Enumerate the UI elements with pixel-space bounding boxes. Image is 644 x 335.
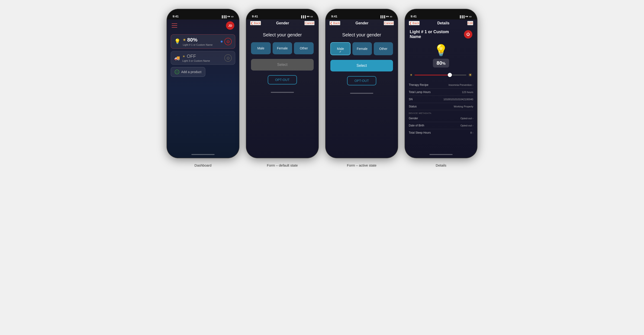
- details-brightness-pct: %: [442, 62, 446, 66]
- wifi-icon-4: ▾▾: [465, 15, 468, 18]
- user-avatar[interactable]: JD: [226, 21, 234, 30]
- back-chevron-icon: ❮: [250, 21, 253, 25]
- power-button-truck[interactable]: ⏻: [224, 54, 232, 62]
- phone-details-container: 9:41 ▐▐▐ ▾▾ ▭ ❮ Back Details Edit: [405, 9, 477, 167]
- lamp-icon-wrap: 💡: [174, 38, 180, 44]
- hamburger-icon[interactable]: [172, 24, 177, 28]
- phone-form-default: 9:41 ▐▐▐ ▾▾ ▭ ❮ Back Gender Cancel: [246, 9, 318, 158]
- signal-icon-3: ▐▐▐: [380, 15, 385, 18]
- select-button-default[interactable]: Select: [251, 59, 314, 70]
- gender-other-active[interactable]: Other: [374, 42, 393, 55]
- status-icons-3: ▐▐▐ ▾▾ ▭: [380, 15, 392, 18]
- sleep-label: Total Sleep Hours: [409, 131, 431, 134]
- sun-icon: ☀: [183, 38, 186, 42]
- off-label: OFF: [187, 54, 196, 59]
- details-slider-row: ☀ ☀: [405, 70, 477, 82]
- back-label-3: Back: [333, 21, 340, 25]
- device-off-status: ☀ OFF: [182, 54, 222, 59]
- details-device-name: Light # 1 or Custom Name: [410, 30, 456, 39]
- info-row-dob[interactable]: Date of Birth Opted-out ›: [409, 122, 473, 129]
- brightness-value: 80%: [187, 37, 198, 43]
- slider-sun-large-icon: ☀: [468, 72, 472, 78]
- add-product-button[interactable]: + Add a product: [171, 67, 205, 77]
- cancel-button-form-active[interactable]: Cancel: [384, 21, 394, 25]
- phone-form-active: 9:41 ▐▐▐ ▾▾ ▭ ❮ Back Gender Cancel: [326, 9, 398, 158]
- select-button-active[interactable]: Select: [330, 60, 393, 72]
- lamp-hours-value: 123 hours: [462, 91, 473, 94]
- metadata-section-header: DEVICE METADATA: [409, 110, 473, 115]
- opt-out-button-active[interactable]: OPT-OUT: [347, 76, 376, 85]
- gender-female-active[interactable]: Female: [352, 42, 372, 55]
- dob-label: Date of Birth: [409, 124, 424, 127]
- device-info-truck: ☀ OFF Light 3 or Custom Name: [182, 54, 222, 62]
- details-label: Details: [436, 163, 446, 167]
- home-bar-4: [430, 154, 452, 155]
- phones-row: 9:41 ▐▐▐ ▾▾ ▭ JD: [167, 9, 477, 167]
- device-card-truck[interactable]: 🚚 ☀ OFF Light 3 or Custom Name ⏻: [171, 51, 235, 65]
- device-name-truck: Light 3 or Custom Name: [182, 60, 222, 62]
- gender-options-active: Male ✓ Female Other: [330, 42, 393, 55]
- status-icons-4: ▐▐▐ ▾▾ ▭: [459, 15, 472, 18]
- lamp-hours-label: Total Lamp Hours: [409, 90, 430, 94]
- signal-icon-2: ▐▐▐: [300, 15, 306, 18]
- therapy-value: Insomnia Prevention ›: [448, 84, 473, 86]
- back-chevron-icon-3: ❮: [330, 21, 332, 25]
- cancel-button-form-default[interactable]: Cancel: [304, 21, 314, 25]
- opt-out-button-default[interactable]: OPT-OUT: [268, 75, 297, 84]
- wifi-icon: ▾▾: [227, 15, 230, 18]
- gender-value: Opted-out ›: [460, 117, 473, 120]
- home-indicator-4: [405, 151, 477, 158]
- lamp-icon: 💡: [174, 38, 180, 44]
- form-default-label: Form – default state: [267, 163, 298, 167]
- gender-check-icon: ✓: [339, 50, 342, 53]
- dashboard-label: Dashboard: [194, 163, 211, 167]
- back-button-form-default[interactable]: ❮ Back: [250, 21, 261, 25]
- chevron-icon-gender: ›: [472, 117, 473, 120]
- details-nav: ❮ Back Details Edit: [405, 20, 477, 28]
- back-label: Back: [254, 21, 260, 25]
- dashboard-screen: JD 💡 ☀ 80%: [167, 20, 239, 158]
- gender-female-default[interactable]: Female: [272, 42, 292, 54]
- back-button-form-active[interactable]: ❮ Back: [330, 21, 340, 25]
- gender-label: Gender: [409, 117, 418, 120]
- details-brightness-value: 80: [436, 60, 442, 66]
- back-button-details[interactable]: ❮ Back: [409, 21, 420, 25]
- details-lamp-area: 💡 80%: [405, 43, 477, 70]
- phone-dashboard-container: 9:41 ▐▐▐ ▾▾ ▭ JD: [167, 9, 239, 167]
- info-row-gender[interactable]: Gender Opted-out ›: [409, 115, 473, 122]
- gender-options-default: Male Female Other: [251, 42, 314, 54]
- info-row-lamp-hours: Total Lamp Hours 123 hours: [409, 88, 473, 96]
- home-bar-2: [271, 92, 294, 93]
- phone-notch-3: [348, 9, 376, 16]
- slider-thumb[interactable]: [448, 73, 452, 77]
- slider-sun-small-icon: ☀: [410, 73, 413, 77]
- details-power-button[interactable]: ⏻: [464, 30, 472, 38]
- battery-icon-3: ▭: [390, 15, 392, 18]
- device-card-lamp[interactable]: 💡 ☀ 80% Light # 1 or Custom Name ✱: [171, 34, 235, 49]
- gender-other-default[interactable]: Other: [294, 42, 314, 54]
- plus-icon: +: [175, 70, 179, 74]
- chevron-icon-dob: ›: [472, 124, 473, 127]
- phone-notch-4: [427, 9, 455, 16]
- status-value: Working Properly: [454, 105, 473, 108]
- status-icons-2: ▐▐▐ ▾▾ ▭: [300, 15, 313, 18]
- status-time-2: 9:41: [252, 14, 258, 18]
- edit-button-details[interactable]: Edit: [467, 21, 473, 25]
- details-lamp-icon: 💡: [434, 44, 448, 57]
- gender-male-default[interactable]: Male: [251, 42, 271, 54]
- phone-notch: [189, 9, 217, 16]
- sn-value: 101001010101042100040: [444, 98, 473, 101]
- wifi-icon-3: ▾▾: [386, 15, 389, 18]
- sleep-value: 8 ›: [470, 131, 473, 134]
- details-info: Therapy Recipe Insomnia Prevention › Tot…: [405, 82, 477, 151]
- status-time-4: 9:41: [410, 14, 417, 18]
- brightness-slider[interactable]: [414, 75, 466, 76]
- form-default-nav: ❮ Back Gender Cancel: [246, 20, 318, 28]
- power-button-lamp[interactable]: ⏻: [224, 38, 232, 45]
- therapy-label: Therapy Recipe: [409, 83, 428, 86]
- info-row-sleep[interactable]: Total Sleep Hours 8 ›: [409, 129, 473, 136]
- info-row-therapy[interactable]: Therapy Recipe Insomnia Prevention ›: [409, 82, 473, 88]
- chevron-icon-sleep: ›: [472, 132, 473, 134]
- status-time-3: 9:41: [331, 14, 337, 18]
- gender-male-active[interactable]: Male ✓: [330, 42, 350, 55]
